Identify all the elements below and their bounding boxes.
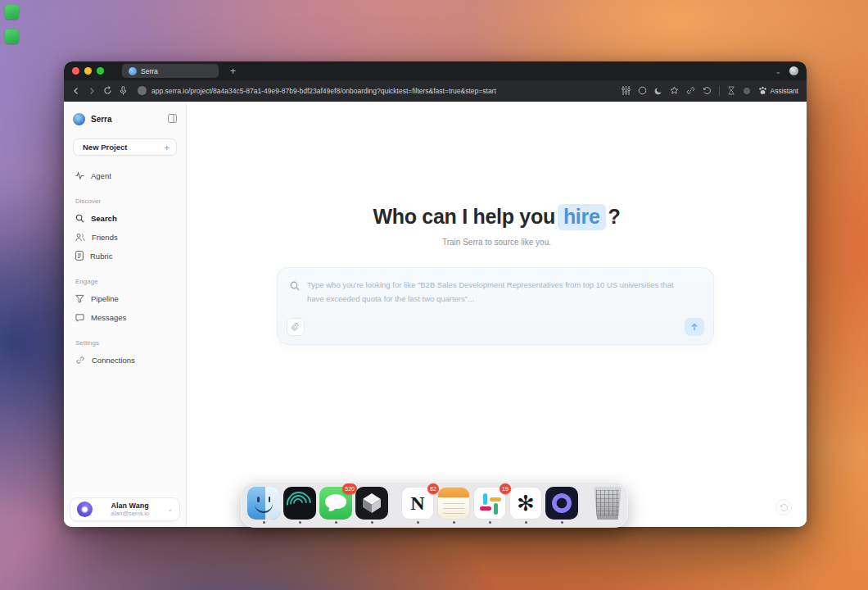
connections-link-icon xyxy=(75,356,85,365)
sidebar-item-connections[interactable]: Connections xyxy=(73,354,177,365)
running-indicator xyxy=(417,521,419,524)
paw-icon xyxy=(758,86,767,95)
running-indicator xyxy=(561,521,563,524)
submit-search-button[interactable] xyxy=(685,318,704,336)
finder-icon xyxy=(247,487,280,520)
main-content: Who can I help youhire? Train Serra to s… xyxy=(187,102,807,527)
clock-refresh-icon xyxy=(780,503,789,512)
dock-loom-app[interactable] xyxy=(545,487,578,524)
notification-badge: 19 xyxy=(500,483,511,494)
notification-badge: 82 xyxy=(427,483,439,494)
notes-icon xyxy=(437,487,470,520)
plus-icon: + xyxy=(165,143,170,152)
sidebar: Serra New Project + Agent Discover xyxy=(64,102,187,527)
close-window-button[interactable] xyxy=(72,67,79,75)
bookmark-star-icon[interactable] xyxy=(670,86,679,95)
section-title-discover: Discover xyxy=(75,197,177,205)
purple-ring-app-icon xyxy=(545,487,578,520)
microphone-icon[interactable] xyxy=(120,86,127,95)
collapse-sidebar-icon[interactable] xyxy=(168,111,177,126)
messages-bubble-icon xyxy=(75,313,84,322)
pipeline-funnel-icon xyxy=(75,294,84,303)
sidebar-item-friends[interactable]: Friends xyxy=(73,231,177,243)
dock-finder-app[interactable] xyxy=(247,487,280,524)
chatgpt-icon: ✻ xyxy=(509,487,542,520)
desktop-file-icon[interactable] xyxy=(5,30,19,43)
dark-mode-moon-icon[interactable] xyxy=(654,87,662,95)
user-avatar xyxy=(77,502,93,517)
serra-favicon-icon xyxy=(129,67,137,75)
toolbar-divider xyxy=(719,86,720,96)
running-indicator xyxy=(453,521,455,524)
extension-circle-icon[interactable] xyxy=(638,86,647,95)
browser-profile-avatar[interactable] xyxy=(789,66,798,75)
browser-toolbar: app.serra.io/project/8a4a34c5-87a1-49e9-… xyxy=(64,80,807,102)
user-name: Alan Wang xyxy=(93,502,167,511)
forward-button[interactable] xyxy=(88,87,96,95)
tab-overview-chevron-icon[interactable]: ⌄ xyxy=(775,67,781,75)
arcs-app-icon xyxy=(283,487,316,520)
dock-slack-app[interactable]: 19 xyxy=(473,487,506,524)
page-subtitle: Train Serra to source like you. xyxy=(187,238,807,247)
user-menu[interactable]: Alan Wang alan@serra.io ⌄ xyxy=(70,497,180,521)
search-icon xyxy=(75,214,84,223)
rubric-document-icon xyxy=(75,251,84,261)
sidebar-item-search[interactable]: Search xyxy=(73,212,177,224)
traffic-lights xyxy=(72,67,104,75)
history-button[interactable] xyxy=(775,499,792,515)
cube-app-icon xyxy=(355,487,388,520)
reload-button[interactable] xyxy=(103,86,112,95)
sidebar-item-messages[interactable]: Messages xyxy=(73,311,177,323)
dock-notes-app[interactable] xyxy=(437,487,470,524)
sidebar-item-rubric[interactable]: Rubric xyxy=(73,250,177,261)
site-info-icon[interactable] xyxy=(138,86,147,95)
dock-messages-app[interactable]: 520 xyxy=(319,487,352,524)
hire-highlight: hire xyxy=(558,204,606,230)
extensions-puzzle-icon[interactable] xyxy=(743,87,751,95)
user-email: alan@serra.io xyxy=(93,510,167,517)
address-bar[interactable]: app.serra.io/project/8a4a34c5-87a1-49e9-… xyxy=(138,86,614,95)
dock-chatgpt-app[interactable]: ✻ xyxy=(509,487,542,524)
dock-screen-recorder-app[interactable] xyxy=(283,487,316,524)
url-text: app.serra.io/project/8a4a34c5-87a1-49e9-… xyxy=(151,87,496,95)
dock-notion-app[interactable]: N 82 xyxy=(401,487,434,524)
running-indicator xyxy=(371,521,373,524)
sidebar-item-pipeline[interactable]: Pipeline xyxy=(73,293,177,304)
history-refresh-icon[interactable] xyxy=(703,86,712,95)
dock: 520 N 82 19 ✻ xyxy=(241,482,628,528)
page-title: Who can I help youhire? xyxy=(187,205,807,229)
assistant-extension-button[interactable]: Assistant xyxy=(758,86,799,95)
running-indicator xyxy=(263,521,265,524)
new-project-label: New Project xyxy=(83,143,165,152)
tune-sliders-icon[interactable] xyxy=(622,86,631,95)
notification-badge: 520 xyxy=(342,483,357,494)
running-indicator xyxy=(335,521,337,524)
brand-name: Serra xyxy=(91,115,168,124)
new-tab-button[interactable]: + xyxy=(230,66,236,77)
assistant-label: Assistant xyxy=(771,87,799,95)
tab-bar: Serra + ⌄ xyxy=(64,61,807,80)
back-button[interactable] xyxy=(72,87,80,95)
friends-icon xyxy=(75,233,85,242)
new-project-button[interactable]: New Project + xyxy=(73,138,177,156)
sidebar-item-agent[interactable]: Agent xyxy=(73,170,177,181)
serra-logo-icon xyxy=(73,113,85,125)
running-indicator xyxy=(299,521,301,524)
zoom-window-button[interactable] xyxy=(97,67,104,75)
dock-3d-cube-app[interactable] xyxy=(355,487,388,524)
search-input[interactable]: Type who you're looking for like "B2B Sa… xyxy=(277,267,714,345)
minimize-window-button[interactable] xyxy=(84,67,92,75)
section-title-engage: Engage xyxy=(75,278,177,285)
dock-trash[interactable] xyxy=(591,487,624,520)
chevron-down-icon: ⌄ xyxy=(167,506,173,513)
share-link-icon[interactable] xyxy=(686,86,695,95)
send-arrow-icon xyxy=(690,323,698,331)
section-title-settings: Settings xyxy=(75,339,177,347)
browser-tab-serra[interactable]: Serra xyxy=(122,64,219,78)
paperclip-icon xyxy=(292,323,300,332)
tab-title: Serra xyxy=(141,67,158,75)
attach-file-button[interactable] xyxy=(287,318,305,336)
desktop-file-icon[interactable] xyxy=(5,5,19,19)
trash-icon xyxy=(591,487,624,520)
hourglass-icon[interactable] xyxy=(727,86,735,95)
